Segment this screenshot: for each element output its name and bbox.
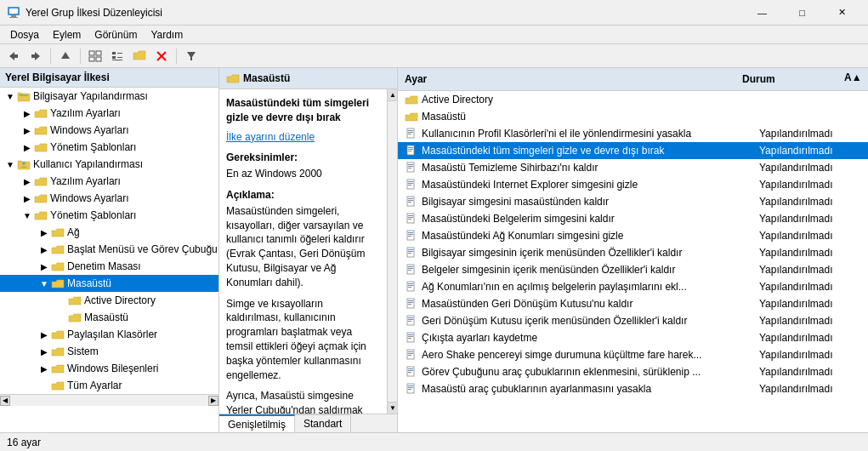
row-status: Yapılandırılmadı [759,366,861,378]
svg-rect-32 [408,151,411,151]
minimize-button[interactable]: — [743,4,781,21]
up-button[interactable] [55,47,76,66]
tree-hscrollbar[interactable]: ◀ ▶ [0,394,218,406]
table-row[interactable]: Görev Çubuğunu araç çubuklarının eklenme… [398,363,868,380]
filter-btn[interactable] [181,47,201,66]
row-label: Görev Çubuğunu araç çubuklarının eklenme… [422,366,759,378]
tree-label-ag: Ağ [67,226,80,238]
table-row[interactable]: Aero Shake pencereyi simge durumuna küçü… [398,346,868,363]
tree-item-kullanici[interactable]: ▼ Kullanıcı Yapılandırması [0,156,218,173]
table-row[interactable]: Active Directory [398,91,868,108]
menu-gorunum[interactable]: Görünüm [88,27,144,43]
policy-icon [405,297,418,311]
tree-item-yonetim2[interactable]: ▼ Yönetim Şablonları [0,207,218,224]
table-row[interactable]: Belgeler simgesinin içerik menüsünden Öz… [398,261,868,278]
policy-icon [405,229,418,243]
table-row[interactable]: Masaüstündeki tüm simgeleri gizle ve dev… [398,142,868,159]
svg-rect-86 [408,385,413,386]
menu-yardim[interactable]: Yardım [144,27,190,43]
policy-icon [405,212,418,226]
svg-rect-26 [408,130,413,131]
policy-icon [405,365,418,379]
svg-rect-76 [408,338,411,339]
maximize-button[interactable]: □ [783,4,821,21]
tree-label-baslat: Başlat Menüsü ve Görev Çubuğu [67,243,218,255]
delete-btn[interactable] [151,47,172,66]
menu-dosya[interactable]: Dosya [3,27,46,43]
folder-btn[interactable] [129,47,150,66]
tree-item-activedir[interactable]: ▶ Active Directory [0,292,218,309]
table-row[interactable]: Masaüstü Temizleme Sihirbazı'nı kaldırYa… [398,159,868,176]
tree-item-yazilim1[interactable]: ▶ Yazılım Ayarları [0,105,218,122]
svg-rect-29 [407,146,414,155]
tree-item-windows3[interactable]: ▶ Windows Bileşenleri [0,360,218,377]
table-row[interactable]: Çıkışta ayarları kaydetmeYapılandırılmad… [398,329,868,346]
menu-eylem[interactable]: Eylem [46,27,88,43]
tree-item-denetim[interactable]: ▶ Denetim Masası [0,258,218,275]
row-status: Yapılandırılmadı [759,315,861,327]
row-label: Bilgisayar simgesini masaüstünden kaldır [422,196,759,208]
table-row[interactable]: Bilgisayar simgesinin içerik menüsünden … [398,244,868,261]
back-button[interactable] [3,47,24,66]
tree-item-bilgisayar[interactable]: ▼ Bilgisayar Yapılandırması [0,88,218,105]
tree-label-tumayarlar: Tüm Ayarlar [67,380,122,391]
table-row[interactable]: Masaüstü araç çubuklarının ayarlanmasını… [398,380,868,397]
col-aciklama-header[interactable]: A▲ [844,71,861,87]
requirements-value: En az Windows 2000 [226,167,380,181]
svg-rect-7 [31,54,35,58]
tree-item-paylasilan[interactable]: ▶ Paylaşılan Klasörler [0,326,218,343]
policy-icon [405,246,418,260]
table-row[interactable]: Masaüstünden Geri Dönüşüm Kutusu'nu kald… [398,295,868,312]
svg-rect-2 [11,15,16,17]
tree-item-windows1[interactable]: ▶ Windows Ayarları [0,122,218,139]
show-hide-btn[interactable] [85,47,105,66]
tab-genisletilmis[interactable]: Genişletilmiş [219,414,295,432]
tab-standart[interactable]: Standart [295,414,351,432]
row-label: Masaüstü [422,111,759,123]
svg-rect-65 [407,299,414,308]
expander-yonetim2: ▼ [20,208,34,222]
edit-policy-link[interactable]: İlke ayarını düzenle [226,130,380,145]
svg-rect-64 [408,287,411,288]
row-label: Masaüstünden Geri Dönüşüm Kutusu'nu kald… [422,298,759,310]
middle-vscrollbar[interactable]: ▲ ▼ [387,89,397,414]
svg-rect-51 [408,234,413,235]
tree-item-yonetim1[interactable]: ▶ Yönetim Şablonları [0,139,218,156]
table-row[interactable]: Ağ Konumları'nın en açılmış belgelerin p… [398,278,868,295]
table-row[interactable]: Geri Dönüşüm Kutusu içerik menüsünden Öz… [398,312,868,329]
tree-item-windows2[interactable]: ▶ Windows Ayarları [0,190,218,207]
expander-bilgisayar: ▼ [3,89,17,103]
tree-item-yazilim2[interactable]: ▶ Yazılım Ayarları [0,173,218,190]
tree-item-masaustu[interactable]: ▼ Masaüstü [0,275,218,292]
tree-item-masaustu2[interactable]: ▶ Masaüstü [0,309,218,326]
tree-item-sistem[interactable]: ▶ Sistem [0,343,218,360]
policy-icon [405,331,418,345]
table-row[interactable]: Masaüstündeki Belgelerim simgesini kaldı… [398,210,868,227]
table-row[interactable]: Masaüstü [398,108,868,125]
table-row[interactable]: Bilgisayar simgesini masaüstünden kaldır… [398,193,868,210]
hscroll-left[interactable]: ◀ [0,396,10,406]
hscroll-right[interactable]: ▶ [208,396,218,406]
tree-item-baslat[interactable]: ▶ Başlat Menüsü ve Görev Çubuğu [0,241,218,258]
row-status: Yapılandırılmadı [759,332,861,344]
description-text-1: Masaüstünden simgeleri, kısayolları, diğ… [226,204,380,290]
table-row[interactable]: Masaüstündeki Ağ Konumları simgesini giz… [398,227,868,244]
vscroll-up[interactable]: ▲ [388,89,397,101]
table-row[interactable]: Masaüstündeki Internet Explorer simgesin… [398,176,868,193]
svg-rect-11 [96,51,101,55]
tree-item-ag[interactable]: ▶ Ağ [0,224,218,241]
status-bar: 16 ayar [0,432,868,451]
forward-button[interactable] [26,47,46,66]
middle-inner: Masaüstündeki tüm simgeleri gizle ve dev… [219,89,397,414]
vscroll-down[interactable]: ▼ [388,402,397,414]
close-button[interactable]: ✕ [823,4,861,21]
row-status: Yapılandırılmadı [759,230,861,242]
expander-masaustu: ▼ [37,277,51,290]
svg-rect-40 [408,185,411,186]
tree-item-tumayarlar[interactable]: ▶ Tüm Ayarlar [0,377,218,394]
table-row[interactable]: Kullanıcının Profil Klasörleri'ni el ile… [398,125,868,142]
svg-rect-10 [89,57,94,61]
svg-rect-35 [408,166,413,167]
row-label: Masaüstündeki Ağ Konumları simgesini giz… [422,230,759,242]
list-view-btn[interactable] [107,47,128,66]
